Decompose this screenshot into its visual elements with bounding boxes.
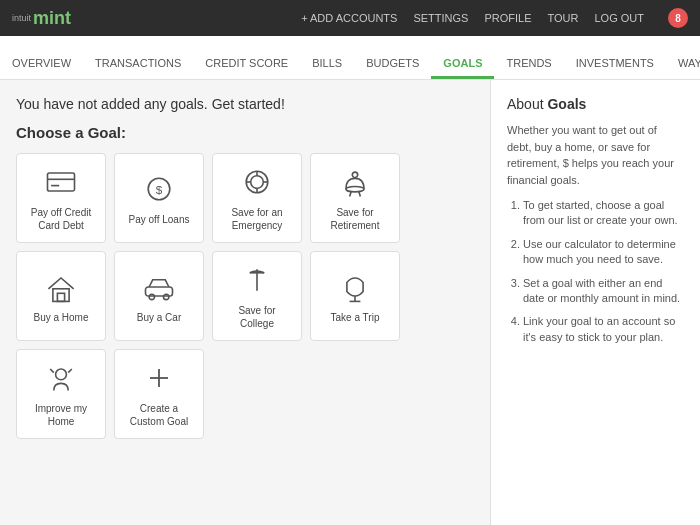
tab-overview[interactable]: OVERVIEW [0, 57, 83, 79]
main-area: You have not added any goals. Get starte… [0, 80, 700, 525]
svg-point-18 [149, 294, 154, 299]
svg-point-19 [164, 294, 169, 299]
goal-label-loans: Pay off Loans [129, 213, 190, 226]
goal-label-retirement: Save for Retirement [319, 206, 391, 232]
svg-point-11 [346, 187, 364, 192]
add-accounts-link[interactable]: + ADD ACCOUNTS [301, 12, 397, 24]
goal-label-credit: Pay off Credit Card Debt [25, 206, 97, 232]
svg-text:$: $ [156, 182, 163, 195]
tab-bills[interactable]: BILLS [300, 57, 354, 79]
goal-label-home: Buy a Home [33, 311, 88, 324]
goal-pay-off-credit[interactable]: Pay off Credit Card Debt [16, 153, 106, 243]
sidebar-step-1: To get started, choose a goal from our l… [523, 198, 684, 229]
mint-logo: mint [33, 8, 71, 29]
svg-line-26 [68, 369, 72, 373]
tour-link[interactable]: TOUR [548, 12, 579, 24]
top-nav: + ADD ACCOUNTS SETTINGS PROFILE TOUR LOG… [301, 8, 688, 28]
goal-improve-home[interactable]: Improve my Home [16, 349, 106, 439]
emergency-icon [239, 164, 275, 200]
svg-point-12 [352, 172, 357, 177]
svg-rect-0 [48, 173, 75, 191]
goal-buy-home[interactable]: Buy a Home [16, 251, 106, 341]
notification-bell[interactable]: 8 [668, 8, 688, 28]
goal-label-custom: Create a Custom Goal [123, 402, 195, 428]
goal-save-college[interactable]: Save for College [212, 251, 302, 341]
home-icon [43, 269, 79, 305]
profile-link[interactable]: PROFILE [484, 12, 531, 24]
tab-goals[interactable]: GOALS [431, 57, 494, 79]
sidebar-step-2: Use our calculator to determine how much… [523, 237, 684, 268]
goal-label-emergency: Save for an Emergency [221, 206, 293, 232]
custom-goal-icon [141, 360, 177, 396]
tab-credit-score[interactable]: CREDIT SCORE [193, 57, 300, 79]
goal-label-trip: Take a Trip [331, 311, 380, 324]
logo: intuit mint [12, 8, 71, 29]
goal-save-retirement[interactable]: Save for Retirement [310, 153, 400, 243]
tab-ways-to-save[interactable]: WAYS TO SAVE [666, 57, 700, 79]
tab-budgets[interactable]: BUDGETS [354, 57, 431, 79]
choose-goal-label: Choose a Goal: [16, 124, 474, 141]
svg-point-6 [251, 176, 264, 189]
intuit-label: intuit [12, 14, 31, 23]
retirement-icon [337, 164, 373, 200]
credit-card-icon [43, 164, 79, 200]
goal-label-college: Save for College [221, 304, 293, 330]
top-bar: intuit mint + ADD ACCOUNTS SETTINGS PROF… [0, 0, 700, 36]
svg-line-25 [50, 369, 54, 373]
svg-point-24 [56, 369, 67, 380]
goal-label-car: Buy a Car [137, 311, 181, 324]
improve-home-icon [43, 360, 79, 396]
sidebar-title: About Goals [507, 96, 684, 112]
goals-sidebar: About Goals Whether you want to get out … [490, 80, 700, 525]
goal-custom[interactable]: Create a Custom Goal [114, 349, 204, 439]
goal-pay-off-loans[interactable]: $ Pay off Loans [114, 153, 204, 243]
logout-link[interactable]: LOG OUT [594, 12, 644, 24]
sidebar-description: Whether you want to get out of debt, buy… [507, 122, 684, 188]
college-icon [239, 262, 275, 298]
goals-grid: Pay off Credit Card Debt $ Pay off Loans [16, 153, 474, 439]
sidebar-step-4: Link your goal to an account so it's eas… [523, 314, 684, 345]
no-goals-message: You have not added any goals. Get starte… [16, 96, 474, 112]
svg-rect-15 [53, 288, 69, 301]
sidebar-step-3: Set a goal with either an end date or mo… [523, 276, 684, 307]
goals-content: You have not added any goals. Get starte… [0, 80, 490, 525]
goal-buy-car[interactable]: Buy a Car [114, 251, 204, 341]
tab-transactions[interactable]: TRANSACTIONS [83, 57, 193, 79]
car-icon [141, 269, 177, 305]
sidebar-steps: To get started, choose a goal from our l… [507, 198, 684, 345]
settings-link[interactable]: SETTINGS [413, 12, 468, 24]
tab-trends[interactable]: TRENDS [494, 57, 563, 79]
secondary-nav: OVERVIEW TRANSACTIONS CREDIT SCORE BILLS… [0, 36, 700, 80]
loans-icon: $ [141, 171, 177, 207]
trip-icon [337, 269, 373, 305]
tab-investments[interactable]: INVESTMENTS [564, 57, 666, 79]
svg-rect-16 [57, 293, 64, 301]
goal-take-trip[interactable]: Take a Trip [310, 251, 400, 341]
goal-save-emergency[interactable]: Save for an Emergency [212, 153, 302, 243]
goal-label-improve-home: Improve my Home [25, 402, 97, 428]
